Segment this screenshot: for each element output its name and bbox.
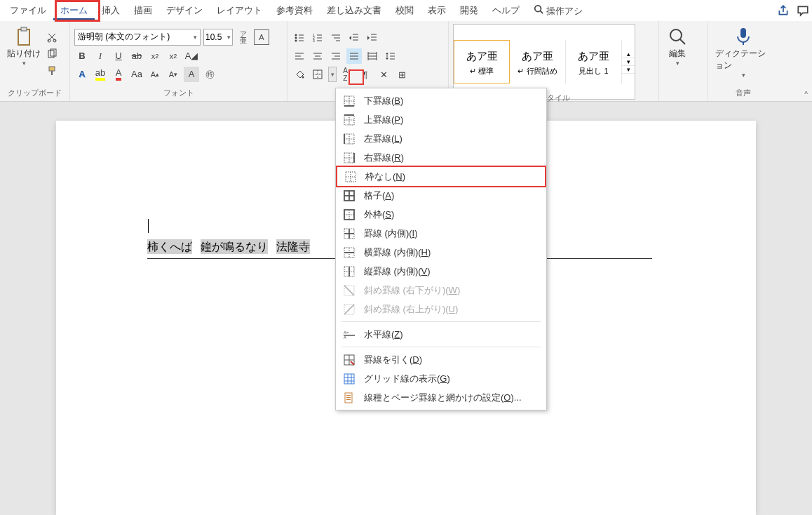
font-size-combo[interactable]: 10.5▾ bbox=[203, 29, 233, 46]
grow-font-button[interactable]: A▴ bbox=[147, 67, 163, 82]
svg-line-99 bbox=[344, 305, 354, 314]
comments-icon[interactable] bbox=[797, 4, 809, 17]
borders-menu-item-border-diag-up: 斜め罫線 (右上がり)(U) bbox=[336, 300, 546, 319]
tab-home[interactable]: ホーム bbox=[53, 1, 95, 20]
copy-button[interactable] bbox=[46, 48, 57, 62]
borders-menu-item-borders-shading[interactable]: 線種とページ罫線と網かけの設定(O)... bbox=[336, 388, 546, 407]
numbering-button[interactable]: 123 bbox=[310, 30, 325, 46]
enclose-chars-button[interactable]: A bbox=[254, 29, 269, 45]
menu-item-label: 外枠(S) bbox=[364, 208, 394, 221]
tab-references[interactable]: 参考資料 bbox=[269, 1, 320, 20]
clear-formatting-button[interactable]: A◢ bbox=[184, 48, 199, 64]
strikethrough-button[interactable]: ab bbox=[129, 48, 144, 64]
paste-button[interactable]: 貼り付け ▾ bbox=[4, 24, 43, 86]
tab-insert[interactable]: 挿入 bbox=[95, 1, 127, 20]
sort-button[interactable]: A↓Z bbox=[339, 67, 355, 82]
multilevel-list-button[interactable] bbox=[328, 30, 344, 46]
highlight-button[interactable]: ab bbox=[93, 67, 108, 82]
scroll-up-icon[interactable]: ▴ bbox=[622, 51, 635, 58]
shading-button[interactable] bbox=[292, 67, 307, 82]
menu-item-label: 罫線を引く(D) bbox=[364, 354, 422, 366]
group-voice: ディクテーション ▾ 音声 bbox=[708, 21, 778, 101]
borders-menu-item-border-right[interactable]: 右罫線(R) bbox=[336, 148, 546, 167]
group-clipboard: 貼り付け ▾ クリップボード bbox=[0, 21, 70, 101]
borders-menu-item-border-inside-h[interactable]: 横罫線 (内側)(H) bbox=[336, 243, 546, 262]
tab-file[interactable]: ファイル bbox=[3, 1, 53, 20]
asian-layout-button[interactable]: ✕ bbox=[376, 67, 391, 82]
format-painter-button[interactable] bbox=[46, 65, 57, 79]
tab-developer[interactable]: 開発 bbox=[453, 1, 485, 20]
search-icon bbox=[666, 25, 689, 48]
borders-button[interactable] bbox=[310, 67, 325, 82]
cut-button[interactable] bbox=[46, 32, 57, 46]
line-spacing-button[interactable] bbox=[383, 48, 398, 64]
subscript-button[interactable]: x2 bbox=[147, 48, 163, 64]
borders-menu-item-border-top[interactable]: 上罫線(P) bbox=[336, 110, 546, 129]
justify-button[interactable] bbox=[346, 48, 362, 64]
dictation-button[interactable]: ディクテーション ▾ bbox=[712, 24, 774, 86]
menu-separator bbox=[341, 347, 541, 347]
borders-menu-item-draw-table[interactable]: 罫線を引く(D) bbox=[336, 350, 546, 369]
bold-button[interactable]: B bbox=[74, 48, 90, 64]
underline-button[interactable]: U bbox=[111, 48, 126, 64]
show-marks-button[interactable]: ¶ bbox=[358, 67, 373, 82]
shrink-font-button[interactable]: A▾ bbox=[165, 67, 181, 82]
borders-menu-item-border-none[interactable]: 枠なし(N) bbox=[336, 166, 546, 187]
sort-icon: A↓Z bbox=[343, 67, 351, 82]
numbering-icon: 123 bbox=[312, 32, 323, 44]
tab-design[interactable]: デザイン bbox=[159, 1, 210, 20]
asian-layout-icon: ✕ bbox=[380, 69, 388, 80]
style-heading1[interactable]: あア亜 見出し 1 bbox=[566, 40, 622, 83]
borders-menu-item-border-inside[interactable]: 罫線 (内側)(I) bbox=[336, 224, 546, 243]
tab-view[interactable]: 表示 bbox=[421, 1, 453, 20]
svg-rect-2 bbox=[18, 29, 29, 45]
font-name-combo[interactable]: 游明朝 (本文のフォント)▾ bbox=[74, 29, 201, 46]
border-left-icon bbox=[343, 133, 356, 145]
borders-menu-item-horizontal-line[interactable]: A=A水平線(Z) bbox=[336, 325, 546, 344]
tab-mailings[interactable]: 差し込み文書 bbox=[320, 1, 388, 20]
decrease-indent-button[interactable] bbox=[346, 30, 362, 46]
phonetic-guide-button[interactable]: ア亜 bbox=[236, 29, 251, 45]
multilevel-icon bbox=[330, 32, 341, 44]
border-outside-icon bbox=[343, 208, 356, 221]
menu-item-label: 下罫線(B) bbox=[364, 95, 403, 107]
style-preview: あア亜 bbox=[466, 47, 498, 66]
distributed-icon bbox=[367, 51, 378, 62]
scroll-more-icon[interactable]: ▾ bbox=[622, 66, 635, 74]
align-left-button[interactable] bbox=[292, 48, 307, 64]
borders-menu-item-border-all[interactable]: 格子(A) bbox=[336, 186, 546, 205]
char-shading-button[interactable]: A bbox=[184, 67, 199, 82]
borders-menu-item-border-inside-v[interactable]: 縦罫線 (内側)(V) bbox=[336, 262, 546, 281]
style-scroll[interactable]: ▴ ▾ ▾ bbox=[622, 51, 635, 74]
borders-menu-item-border-outside[interactable]: 外枠(S) bbox=[336, 205, 546, 224]
chevron-down-icon: ▾ bbox=[194, 34, 197, 41]
superscript-button[interactable]: x2 bbox=[165, 48, 181, 64]
borders-menu-item-border-left[interactable]: 左罫線(L) bbox=[336, 129, 546, 148]
tell-me-search[interactable]: 操作アシ bbox=[527, 1, 590, 20]
enclose-circle-button[interactable]: ㊕ bbox=[202, 67, 217, 82]
borders-menu-item-view-gridlines[interactable]: グリッド線の表示(G) bbox=[336, 369, 546, 388]
share-icon[interactable] bbox=[777, 4, 790, 17]
align-right-button[interactable] bbox=[328, 48, 344, 64]
collapse-ribbon-button[interactable]: ^ bbox=[804, 91, 808, 98]
distributed-button[interactable] bbox=[365, 48, 380, 64]
borders-dropdown-arrow[interactable]: ▾ bbox=[328, 67, 337, 82]
find-button[interactable]: 編集 ▾ bbox=[663, 24, 691, 100]
font-color-button[interactable]: A bbox=[111, 67, 126, 82]
snap-to-grid-button[interactable]: ⊞ bbox=[394, 67, 410, 82]
style-normal[interactable]: あア亜 ↵ 標準 bbox=[454, 40, 510, 83]
tab-layout[interactable]: レイアウト bbox=[210, 1, 269, 20]
borders-menu-item-border-bottom[interactable]: 下罫線(B) bbox=[336, 91, 546, 110]
tab-review[interactable]: 校閲 bbox=[388, 1, 421, 20]
justify-icon bbox=[349, 51, 360, 62]
tab-draw[interactable]: 描画 bbox=[127, 1, 159, 20]
change-case-button[interactable]: Aa bbox=[129, 67, 144, 82]
tab-help[interactable]: ヘルプ bbox=[485, 1, 527, 20]
align-center-button[interactable] bbox=[310, 48, 325, 64]
italic-button[interactable]: I bbox=[93, 48, 108, 64]
scroll-down-icon[interactable]: ▾ bbox=[622, 58, 635, 66]
style-no-spacing[interactable]: あア亜 ↵ 行間詰め bbox=[510, 40, 566, 83]
increase-indent-button[interactable] bbox=[365, 30, 380, 46]
bullets-button[interactable] bbox=[292, 30, 307, 46]
text-effects-button[interactable]: A bbox=[74, 67, 90, 82]
